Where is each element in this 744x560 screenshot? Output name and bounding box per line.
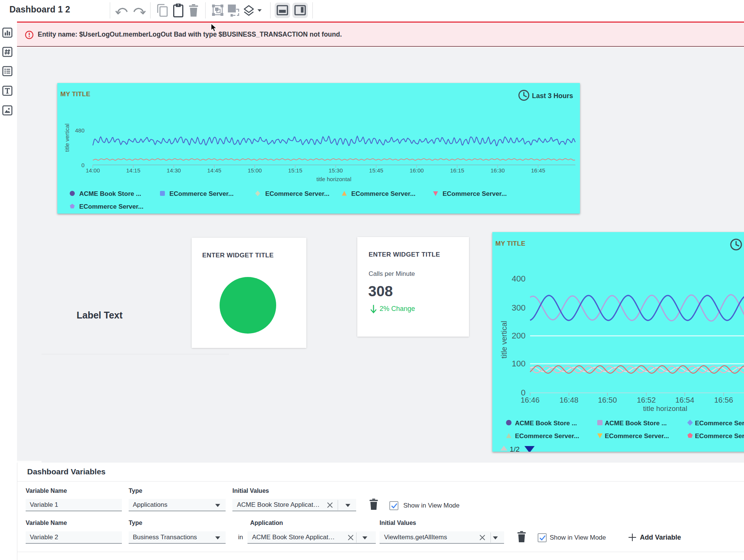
svg-text:title horizontal: title horizontal <box>317 176 352 182</box>
svg-text:14:45: 14:45 <box>207 167 221 174</box>
svg-text:ECommerce Server...: ECommerce Server... <box>605 432 669 440</box>
svg-text:15:45: 15:45 <box>369 167 383 174</box>
svg-text:16:15: 16:15 <box>450 167 464 174</box>
svg-text:16:00: 16:00 <box>410 167 424 174</box>
svg-text:16:54: 16:54 <box>675 396 694 404</box>
svg-text:ACME Book Store ...: ACME Book Store ... <box>79 190 141 197</box>
svg-text:400: 400 <box>512 274 526 283</box>
svg-text:16:48: 16:48 <box>560 396 578 404</box>
svg-text:ECommerce Server...: ECommerce Server... <box>515 432 579 440</box>
svg-text:15:00: 15:00 <box>247 167 262 174</box>
svg-text:0: 0 <box>81 162 85 168</box>
svg-text:ECommerce Server...: ECommerce Server... <box>265 190 329 197</box>
svg-text:16:30: 16:30 <box>490 167 505 174</box>
svg-text:ECommerce Server...: ECommerce Server... <box>169 190 234 197</box>
svg-text:ACME Book Store ...: ACME Book Store ... <box>605 420 667 427</box>
svg-text:16:56: 16:56 <box>714 396 733 404</box>
svg-text:ECommerce Server...: ECommerce Server... <box>351 190 415 197</box>
svg-text:16:50: 16:50 <box>598 396 617 404</box>
svg-text:title vertical: title vertical <box>64 123 70 152</box>
svg-text:title vertical: title vertical <box>500 321 508 358</box>
svg-text:300: 300 <box>512 303 526 312</box>
svg-text:ECommerce Server...: ECommerce Server... <box>695 432 744 440</box>
svg-text:15:15: 15:15 <box>288 167 303 174</box>
svg-text:ACME Book Store ...: ACME Book Store ... <box>515 420 577 427</box>
svg-text:15:30: 15:30 <box>329 167 343 174</box>
svg-text:16:52: 16:52 <box>637 396 656 404</box>
svg-text:ECommerce Server...: ECommerce Server... <box>443 190 507 197</box>
svg-text:480: 480 <box>75 127 85 134</box>
svg-text:ECommerce Server...: ECommerce Server... <box>695 420 744 427</box>
svg-text:title horizontal: title horizontal <box>643 405 687 412</box>
svg-text:16:45: 16:45 <box>531 167 546 174</box>
svg-text:ECommerce Server...: ECommerce Server... <box>79 203 143 210</box>
svg-text:14:30: 14:30 <box>167 167 181 174</box>
svg-text:14:15: 14:15 <box>126 167 141 174</box>
svg-text:16:46: 16:46 <box>521 396 540 404</box>
svg-text:100: 100 <box>512 359 526 368</box>
svg-text:14:00: 14:00 <box>86 167 100 174</box>
svg-text:1/2: 1/2 <box>510 445 520 452</box>
svg-text:200: 200 <box>512 331 526 340</box>
